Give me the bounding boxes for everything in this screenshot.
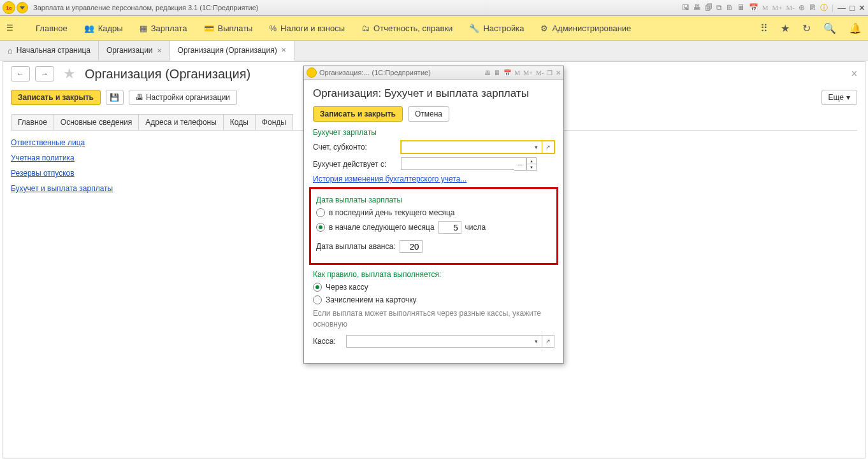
close-icon[interactable]: ✕ xyxy=(556,69,561,76)
wrench-icon: 🔧 xyxy=(469,24,479,33)
m-plus-icon[interactable]: M+ xyxy=(523,69,533,76)
close-icon[interactable]: ✕ xyxy=(281,46,286,53)
page-close-button[interactable]: × xyxy=(851,68,857,80)
m-icon[interactable]: M xyxy=(514,69,520,76)
title-toolbar: 🖫 🖶 🗐 ⧉ 🗎 🖩 📅 M M+ M- ⊕ 🖹 ⓘ | — □ ✕ xyxy=(682,3,865,13)
app-title: Зарплата и управление персоналом, редакц… xyxy=(33,4,258,11)
table-icon: ▦ xyxy=(140,24,147,33)
link-icon[interactable]: 🖹 xyxy=(809,3,816,12)
preview-icon[interactable]: 🗐 xyxy=(705,3,712,12)
ellipsis-icon[interactable]: … xyxy=(514,157,526,171)
nav-back-button[interactable]: ← xyxy=(11,66,30,82)
note-text: Если выплата может выполняться через раз… xyxy=(313,308,554,330)
close-icon[interactable]: ✕ xyxy=(858,3,865,13)
close-icon[interactable]: ✕ xyxy=(157,47,162,54)
people-icon: 👥 xyxy=(84,24,94,33)
calendar-icon[interactable]: 📅 xyxy=(503,69,511,76)
radio-card[interactable]: Зачислением на карточку xyxy=(313,295,554,304)
open-icon[interactable]: ↗ xyxy=(542,141,554,153)
calc-icon[interactable]: 🖩 xyxy=(737,3,745,12)
page-title: Организация (Организация) xyxy=(85,67,250,82)
maximize-icon[interactable]: □ xyxy=(850,3,855,13)
subtab-funds[interactable]: Фонды xyxy=(255,114,293,130)
menu-reports[interactable]: 🗂Отчетность, справки xyxy=(361,24,452,33)
restore-icon[interactable]: ❐ xyxy=(547,69,553,76)
zoom-in-icon[interactable]: ⊕ xyxy=(799,3,805,12)
radio-icon xyxy=(313,295,322,304)
more-button[interactable]: Еще ▾ xyxy=(821,90,857,105)
row-account: Счет, субконто: ▾ ↗ xyxy=(313,141,554,153)
tab-orgs[interactable]: Организации✕ xyxy=(99,41,170,60)
dropdown-icon[interactable]: ▾ xyxy=(530,335,542,348)
section-paydate-title: Дата выплаты зарплаты xyxy=(316,195,551,204)
minimize-icon[interactable]: — xyxy=(837,3,846,13)
calendar-icon[interactable]: 📅 xyxy=(749,3,758,12)
menu-staff[interactable]: 👥Кадры xyxy=(84,24,123,33)
open-icon[interactable]: ↗ xyxy=(542,335,554,348)
print-icon[interactable]: 🖶 xyxy=(693,3,701,12)
menu-taxes[interactable]: %Налоги и взносы xyxy=(269,24,345,33)
tab-home[interactable]: Начальная страница xyxy=(0,41,99,60)
subtab-address[interactable]: Адреса и телефоны xyxy=(138,114,224,130)
advance-input[interactable] xyxy=(400,240,423,253)
window-title-bar: 1c Зарплата и управление персоналом, ред… xyxy=(0,0,868,16)
history-icon[interactable]: ↻ xyxy=(802,22,811,34)
app-logo-icon: 1c xyxy=(3,1,15,14)
tab-org[interactable]: Организация (Организация)✕ xyxy=(170,41,294,60)
dialog-win-title: Организация:... xyxy=(319,69,370,76)
account-input[interactable] xyxy=(401,141,530,153)
since-input[interactable] xyxy=(401,157,514,170)
history-link[interactable]: История изменения бухгалтерского учета..… xyxy=(313,174,467,183)
subtab-main[interactable]: Главное xyxy=(11,114,54,130)
save-icon[interactable]: 🖫 xyxy=(682,3,690,12)
bell-icon[interactable]: 🔔 xyxy=(849,22,862,34)
info-icon[interactable]: ⓘ xyxy=(820,3,828,13)
divider: | xyxy=(832,3,834,12)
dialog-body: Организация: Бухучет и выплата зарплаты … xyxy=(304,80,563,363)
menu-settings[interactable]: 🔧Настройка xyxy=(469,24,524,33)
dialog-payroll: Организация:... (1С:Предприятие) 🖶 🖩 📅 M… xyxy=(303,66,564,364)
calc-icon[interactable]: 🖩 xyxy=(494,69,500,76)
advance-label: Дата выплаты аванса: xyxy=(316,242,396,251)
save-close-button[interactable]: Записать и закрыть xyxy=(11,90,101,105)
dialog-heading: Организация: Бухучет и выплата зарплаты xyxy=(313,87,554,100)
compare-icon[interactable]: ⧉ xyxy=(716,3,722,12)
kassa-input[interactable] xyxy=(346,335,530,348)
section-method-title: Как правило, выплата выполняется: xyxy=(313,270,554,279)
percent-icon: % xyxy=(269,24,277,33)
print-icon[interactable]: 🖶 xyxy=(484,69,491,76)
menu-payments[interactable]: 💳Выплаты xyxy=(204,24,253,33)
subtab-info[interactable]: Основные сведения xyxy=(54,114,139,130)
dropdown-icon[interactable]: ▾ xyxy=(530,141,542,153)
spinner[interactable]: ▲▼ xyxy=(526,157,537,171)
m-icon[interactable]: M xyxy=(762,4,769,11)
kassa-input-group: ▾ ↗ xyxy=(346,335,554,348)
favorite-star-icon[interactable]: ★ xyxy=(63,66,76,82)
apps-icon[interactable]: ⠿ xyxy=(760,22,768,34)
save-button[interactable]: 💾 xyxy=(106,90,124,105)
search-icon[interactable]: 🔍 xyxy=(823,22,836,34)
day-input[interactable] xyxy=(438,221,461,234)
app-menu-dropdown[interactable] xyxy=(17,2,28,13)
nav-forward-button[interactable]: → xyxy=(35,66,54,82)
m-minus-icon[interactable]: M- xyxy=(786,4,795,11)
dialog-save-close-button[interactable]: Записать и закрыть xyxy=(313,106,403,122)
menu-main[interactable]: Главное xyxy=(36,24,68,33)
hamburger-icon[interactable]: ☰ xyxy=(6,24,19,32)
menu-salary[interactable]: ▦Зарплата xyxy=(140,24,187,33)
subtab-codes[interactable]: Коды xyxy=(223,114,256,130)
radio-last-day[interactable]: в последний день текущего месяца xyxy=(316,208,551,217)
star-icon[interactable]: ★ xyxy=(781,22,790,34)
account-label: Счет, субконто: xyxy=(313,143,396,152)
m-minus-icon[interactable]: M- xyxy=(536,69,544,76)
doc-icon[interactable]: 🗎 xyxy=(726,3,734,12)
dialog-cancel-button[interactable]: Отмена xyxy=(408,106,449,122)
radio-next-month[interactable]: в начале следующего месяца числа xyxy=(316,221,551,234)
m-plus-icon[interactable]: M+ xyxy=(772,4,783,11)
org-settings-button[interactable]: 🖶Настройки организации xyxy=(129,90,237,105)
since-label: Бухучет действует с: xyxy=(313,160,396,169)
radio-icon xyxy=(316,208,325,217)
menu-admin[interactable]: ⚙Администрирование xyxy=(540,24,631,33)
radio-cash[interactable]: Через кассу xyxy=(313,283,554,292)
chevron-down-icon: ▾ xyxy=(846,93,850,102)
